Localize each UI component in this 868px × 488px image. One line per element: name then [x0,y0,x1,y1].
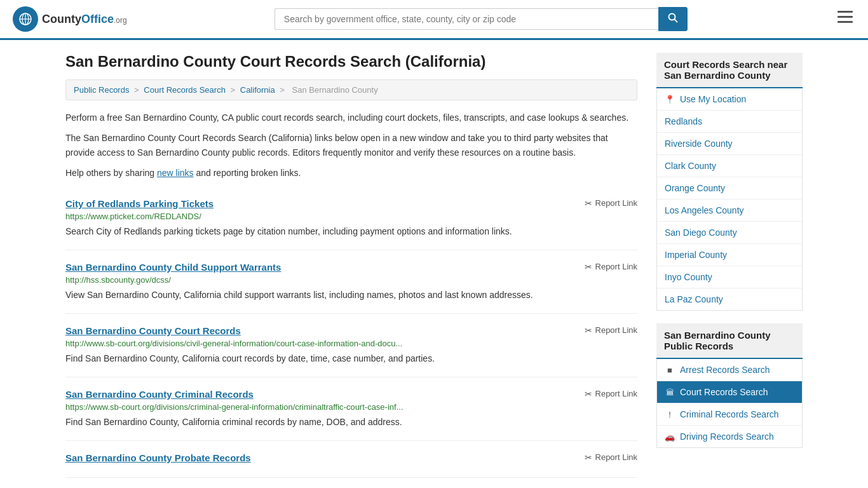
result-title-1[interactable]: San Bernardino County Child Support Warr… [65,262,281,273]
search-button[interactable] [658,7,688,31]
public-records-list: ■ Arrest Records Search 🏛 Court Records … [656,359,803,448]
nearby-item-8: Inyo County [657,266,802,288]
nearby-label-9: La Paz County [665,294,723,304]
result-desc-0: Search City of Redlands parking tickets … [65,225,637,238]
search-icon [668,13,678,23]
result-desc-3: Find San Bernardino County, California c… [65,416,637,429]
breadcrumb-public-records[interactable]: Public Records [74,85,129,95]
nearby-item-6: San Diego County [657,222,802,244]
use-location-label: Use My Location [680,94,746,104]
use-location-link[interactable]: 📍 Use My Location [657,88,802,110]
breadcrumb-court-records[interactable]: Court Records Search [144,85,226,95]
public-records-icon-1: 🏛 [665,388,675,397]
result-url-2: http://www.sb-court.org/divisions/civil-… [65,339,637,348]
nearby-item-4: Orange County [657,177,802,200]
nearby-item-7: Imperial County [657,244,802,266]
logo-icon [13,6,38,32]
nearby-link-2[interactable]: Riverside County [657,133,802,154]
sidebar: Court Records Search near San Bernardino… [656,53,803,478]
intro-paragraph-2: The San Bernardino County Court Records … [65,131,637,159]
nearby-link-4[interactable]: Orange County [657,177,802,199]
intro-paragraph-1: Perform a free San Bernardino County, CA… [65,111,637,125]
result-item: San Bernardino County Probate Records ✂ … [65,441,637,478]
report-link-label-2: Report Link [595,325,637,335]
public-records-label-3: Driving Records Search [680,431,774,442]
result-title-0[interactable]: City of Redlands Parking Tickets [65,198,214,209]
public-records-link-3[interactable]: 🚗 Driving Records Search [657,426,802,447]
nearby-item-2: Riverside County [657,133,802,155]
header: CountyOffice.org [0,0,868,40]
nearby-link-3[interactable]: Clark County [657,155,802,177]
breadcrumb-california[interactable]: California [240,85,275,95]
report-icon-0: ✂ [585,198,592,208]
result-url-3: https://www.sb-court.org/divisions/crimi… [65,402,637,412]
public-records-icon-2: ! [665,410,675,419]
report-link-btn-3[interactable]: ✂ Report Link [585,389,637,399]
report-icon-3: ✂ [585,389,592,399]
report-icon-1: ✂ [585,262,592,272]
public-records-label-0: Arrest Records Search [680,365,770,375]
report-link-label-3: Report Link [595,389,637,398]
intro-paragraph-3: Help others by sharing new links and rep… [65,166,637,180]
result-item: San Bernardino County Court Records ✂ Re… [65,314,637,377]
svg-line-6 [674,20,677,23]
breadcrumb: Public Records > Court Records Search > … [65,79,637,100]
nearby-item-1: Redlands [657,111,802,133]
nearby-list: 📍 Use My Location Redlands Riverside Cou… [656,88,803,311]
result-item: San Bernardino County Child Support Warr… [65,250,637,314]
report-link-btn-1[interactable]: ✂ Report Link [585,262,637,272]
nearby-label-3: Clark County [665,161,716,171]
nearby-label-5: Los Angeles County [665,205,744,215]
nearby-section: Court Records Search near San Bernardino… [656,53,803,311]
svg-rect-9 [837,21,853,23]
page-title: San Bernardino County Court Records Sear… [65,53,637,71]
nearby-link-9[interactable]: La Paz County [657,288,802,310]
public-records-link-1[interactable]: 🏛 Court Records Search [657,381,802,403]
public-records-link-0[interactable]: ■ Arrest Records Search [657,359,802,381]
logo-area: CountyOffice.org [13,6,127,32]
result-title-4[interactable]: San Bernardino County Probate Records [65,452,251,463]
report-icon-4: ✂ [585,452,592,463]
public-records-header: San Bernardino County Public Records [656,323,803,359]
svg-rect-7 [837,11,853,13]
report-icon-2: ✂ [585,325,592,336]
content-area: San Bernardino County Court Records Sear… [65,53,637,478]
public-records-link-2[interactable]: ! Criminal Records Search [657,403,802,425]
report-link-btn-0[interactable]: ✂ Report Link [585,198,637,208]
main-container: San Bernardino County Court Records Sear… [53,40,815,488]
result-item: San Bernardino County Criminal Records ✂… [65,377,637,441]
nearby-link-5[interactable]: Los Angeles County [657,200,802,221]
nearby-label-6: San Diego County [665,227,737,238]
location-icon: 📍 [665,95,675,104]
new-links-link[interactable]: new links [157,168,194,178]
logo-svg [17,11,34,27]
public-records-item-2: ! Criminal Records Search [657,403,802,426]
logo-text: CountyOffice.org [42,13,127,26]
svg-rect-8 [837,16,853,18]
results-container: City of Redlands Parking Tickets ✂ Repor… [65,187,637,478]
svg-point-5 [668,14,675,20]
nearby-label-8: Inyo County [665,272,712,282]
nearby-link-7[interactable]: Imperial County [657,244,802,266]
nearby-label-2: Riverside County [665,139,733,149]
hamburger-icon [837,11,853,24]
nearby-link-8[interactable]: Inyo County [657,266,802,288]
public-records-section: San Bernardino County Public Records ■ A… [656,323,803,448]
public-records-item-0: ■ Arrest Records Search [657,359,802,381]
report-link-btn-2[interactable]: ✂ Report Link [585,325,637,336]
nearby-link-1[interactable]: Redlands [657,111,802,132]
nearby-label-4: Orange County [665,183,725,193]
report-link-label-4: Report Link [595,452,637,462]
public-records-item-1: 🏛 Court Records Search [657,381,802,403]
report-link-btn-4[interactable]: ✂ Report Link [585,452,637,463]
result-url-1: http://hss.sbcounty.gov/dcss/ [65,275,637,285]
result-url-0: https://www.pticket.com/REDLANDS/ [65,212,637,221]
result-title-2[interactable]: San Bernardino County Court Records [65,325,241,336]
nearby-link-6[interactable]: San Diego County [657,222,802,243]
nearby-header: Court Records Search near San Bernardino… [656,53,803,88]
public-records-icon-3: 🚗 [665,432,675,442]
search-input[interactable] [275,8,658,30]
menu-button[interactable] [835,8,855,30]
result-title-3[interactable]: San Bernardino County Criminal Records [65,389,254,400]
search-area [275,7,688,31]
